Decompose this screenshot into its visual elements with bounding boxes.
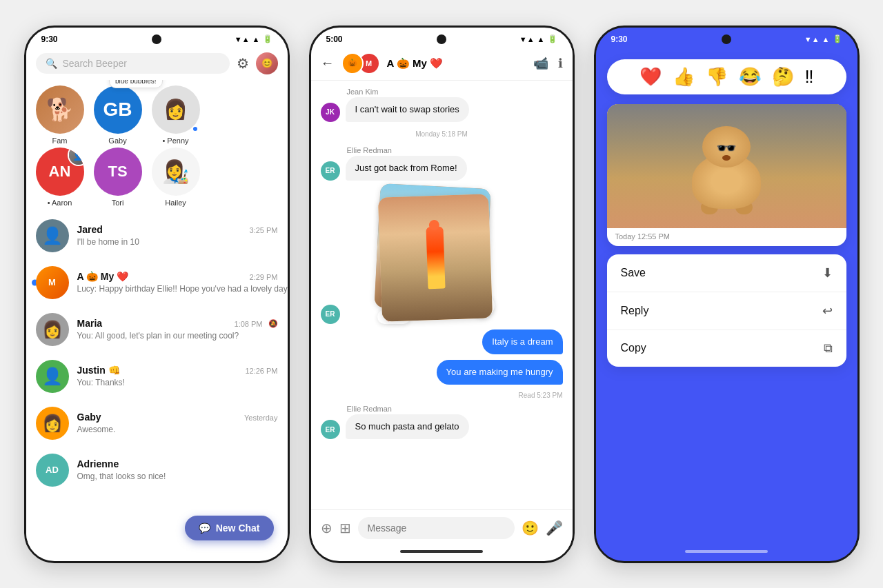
search-input-wrap[interactable]: 🔍 Search Beeper xyxy=(36,53,230,74)
phone-1-content: 🔍 Search Beeper ⚙ 😊 🐕 Fam Welcome toblue… xyxy=(26,47,288,557)
chat-header: ← 🎃 M A 🎃 My ❤️ 📹 ℹ xyxy=(311,47,573,81)
video-call-icon[interactable]: 📹 xyxy=(533,56,548,71)
mic-icon[interactable]: 🎤 xyxy=(546,520,563,536)
photo-stack: ⬇ ❤️ 👥 xyxy=(370,186,495,324)
photo-msg-row: ER ⬇ ❤️ xyxy=(321,186,563,324)
msg-group-jean: Jean Kim JK I can't wait to swap stories xyxy=(321,88,563,122)
reaction-exclaim[interactable]: ‼️ xyxy=(805,66,814,88)
context-menu-reply[interactable]: Reply ↩ xyxy=(607,292,846,330)
msg-avatar-ellie-photo: ER xyxy=(321,305,340,324)
dog-body: 🕶️ xyxy=(692,154,761,209)
camera-3 xyxy=(722,34,731,44)
chat-preview-jared: I'll be home in 10 xyxy=(77,237,139,247)
signal-icon-3: ▼▲ xyxy=(804,35,820,43)
back-button[interactable]: ← xyxy=(321,55,335,71)
chat-preview-adrienne: Omg, that looks so nice! xyxy=(77,472,166,481)
chat-list: 👤 Jared 3:25 PM I'll be home in 10 M xyxy=(26,210,288,496)
header-avatars: 🎃 M xyxy=(341,52,380,74)
emoji-reaction-bar: ❤️ 👍 👎 😂 🤔 ‼️ xyxy=(607,59,846,94)
chat-item-adrienne[interactable]: AD Adrienne Omg, that looks so nice! xyxy=(26,447,288,494)
mute-icon-maria: 🔕 xyxy=(268,319,278,328)
chat-preview-maria: You: All good, let's plan in our meeting… xyxy=(77,331,239,341)
message-input[interactable] xyxy=(358,517,515,539)
story-tooltip: Welcome toblue bubbles! xyxy=(109,80,163,88)
chat-item-jared[interactable]: 👤 Jared 3:25 PM I'll be home in 10 xyxy=(26,212,288,259)
unread-dot-aaron xyxy=(76,187,83,194)
status-bar-3: 9:30 ▼▲ ▲ 🔋 xyxy=(596,28,857,47)
reaction-heart[interactable]: ❤️ xyxy=(639,66,662,88)
story-aaron[interactable]: AN 👤 • Aaron xyxy=(36,148,84,207)
dog-photo-card: 🕶️ Today 12:55 PM xyxy=(607,104,846,246)
status-icons-3: ▼▲ ▲ 🔋 xyxy=(804,34,842,43)
reaction-laugh[interactable]: 😂 xyxy=(739,66,761,88)
chat-avatar-justin: 👤 xyxy=(36,360,69,393)
battery-icon-3: 🔋 xyxy=(833,34,842,43)
dog-photo-img: 🕶️ xyxy=(607,104,846,228)
phone-2: 5:00 ▼▲ ▲ 🔋 ← 🎃 M A 🎃 My ❤️ 📹 ℹ Jean xyxy=(309,26,575,563)
time-3: 9:30 xyxy=(611,34,628,44)
chat-preview-gaby2: Awesome. xyxy=(77,425,116,434)
chat-name-amy: A 🎃 My ❤️ xyxy=(77,271,129,282)
dog-figure: 🕶️ xyxy=(692,154,761,214)
context-menu-copy[interactable]: Copy ⧉ xyxy=(607,330,846,367)
new-chat-button[interactable]: 💬 New Chat xyxy=(185,516,274,540)
chat-info-justin: Justin 👊 12:26 PM You: Thanks! xyxy=(77,365,278,388)
info-icon[interactable]: ℹ xyxy=(558,56,563,71)
chat-time-gaby2: Yesterday xyxy=(244,414,278,422)
status-bar-2: 5:00 ▼▲ ▲ 🔋 xyxy=(311,28,573,47)
search-icon: 🔍 xyxy=(46,58,57,69)
chat-item-justin[interactable]: 👤 Justin 👊 12:26 PM You: Thanks! xyxy=(26,353,288,400)
context-menu-save[interactable]: Save ⬇ xyxy=(607,254,846,292)
gear-icon[interactable]: ⚙ xyxy=(237,55,249,72)
phone-2-content: ← 🎃 M A 🎃 My ❤️ 📹 ℹ Jean Kim JK I can't … xyxy=(311,47,573,557)
story-penny[interactable]: 👩 • Penny xyxy=(152,85,200,145)
emoji-icon[interactable]: 🙂 xyxy=(522,520,539,536)
msg-bubble-pasta: So much pasta and gelato xyxy=(346,414,469,439)
dog-nose xyxy=(722,155,731,161)
timestamp-monday: Monday 5:18 PM xyxy=(321,130,563,138)
sender-ellie: Ellie Redman xyxy=(347,146,563,154)
story-hailey[interactable]: 👩‍🎨 Hailey xyxy=(152,148,200,207)
msg-bubble-italy: Italy is a dream xyxy=(482,330,562,354)
chat-avatar-adrienne: AD xyxy=(36,454,69,487)
sender-jean: Jean Kim xyxy=(347,88,563,96)
user-avatar[interactable]: 😊 xyxy=(256,52,278,74)
header-avatar-1: 🎃 xyxy=(341,52,364,74)
reaction-thumbsdown[interactable]: 👎 xyxy=(706,66,728,88)
msg-bubble-hungry: You are making me hungry xyxy=(437,360,563,385)
photo-card-front xyxy=(377,194,492,321)
copy-icon: ⧉ xyxy=(824,341,833,356)
messages-area: Jean Kim JK I can't wait to swap stories… xyxy=(311,81,573,509)
chat-item-amy[interactable]: M A 🎃 My ❤️ 2:29 PM Lucy: Happy birthday… xyxy=(26,259,288,306)
battery-icon: 🔋 xyxy=(263,34,272,43)
dog-head: 🕶️ xyxy=(702,126,751,168)
reaction-thumbsup[interactable]: 👍 xyxy=(673,66,695,88)
chat-info-adrienne: Adrienne Omg, that looks so nice! xyxy=(77,458,278,482)
add-icon[interactable]: ⊕ xyxy=(321,520,333,536)
story-tori[interactable]: TS Tori xyxy=(94,148,142,207)
unread-dot-penny xyxy=(192,125,199,132)
chat-preview-amy: Lucy: Happy birthday Ellie!! Hope you've… xyxy=(77,284,288,294)
msg-avatar-jean: JK xyxy=(321,103,340,122)
msg-bubble-jean: I can't wait to swap stories xyxy=(346,97,469,122)
reply-icon: ↩ xyxy=(822,303,833,318)
msg-row-hungry: You are making me hungry xyxy=(321,360,563,385)
story-label-gaby: Gaby xyxy=(108,136,126,145)
story-label-penny: • Penny xyxy=(162,136,188,145)
chat-item-maria[interactable]: 👩 Maria 1:08 PM 🔕 You: All good, let's p… xyxy=(26,306,288,353)
chat-name-maria: Maria xyxy=(77,318,103,329)
msg-avatar-ellie-pasta: ER xyxy=(321,420,340,439)
home-indicator-3 xyxy=(685,550,768,553)
photo-timestamp: Today 12:55 PM xyxy=(607,228,846,246)
chat-item-gaby[interactable]: 👩 Gaby Yesterday Awesome. xyxy=(26,400,288,447)
save-label: Save xyxy=(621,267,646,279)
media-icon[interactable]: ⊞ xyxy=(339,520,351,536)
context-menu: Save ⬇ Reply ↩ Copy ⧉ xyxy=(607,254,846,367)
chat-name-adrienne: Adrienne xyxy=(77,458,119,469)
reaction-think[interactable]: 🤔 xyxy=(772,66,794,88)
story-fam[interactable]: 🐕 Fam xyxy=(36,85,84,145)
phone-1: 9:30 ▼▲ ▲ 🔋 🔍 Search Beeper ⚙ 😊 🐕 Fam xyxy=(24,26,290,563)
copy-label: Copy xyxy=(621,342,646,354)
story-gaby[interactable]: Welcome toblue bubbles! GB Gaby xyxy=(94,85,142,145)
save-icon: ⬇ xyxy=(822,265,833,281)
